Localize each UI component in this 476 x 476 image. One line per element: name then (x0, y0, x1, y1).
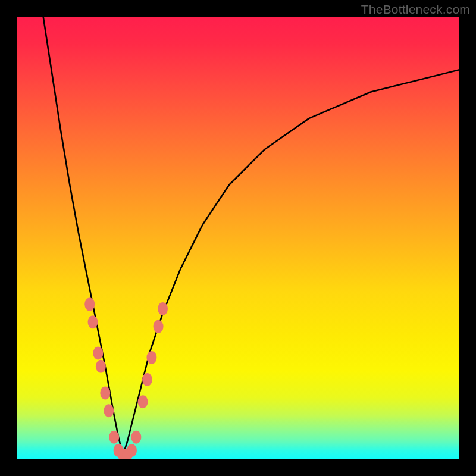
curve-right-branch (123, 70, 459, 455)
watermark-text: TheBottleneck.com (361, 2, 470, 17)
marker-point (87, 315, 98, 328)
marker-point (96, 360, 106, 373)
chart-frame: TheBottleneck.com (0, 0, 476, 476)
marker-point (93, 346, 103, 359)
marker-point (104, 404, 114, 417)
plot-area (17, 17, 459, 459)
marker-point (84, 298, 95, 311)
marker-point (138, 395, 148, 408)
curve-layer (17, 17, 459, 459)
marker-point (109, 431, 119, 444)
marker-point (158, 302, 168, 315)
marker-point (146, 351, 156, 364)
curve-left-branch (43, 17, 123, 455)
marker-point (142, 373, 152, 386)
curve-markers (84, 298, 168, 459)
marker-point (127, 444, 137, 457)
marker-point (154, 320, 164, 333)
marker-point (100, 386, 110, 399)
marker-point (131, 431, 141, 444)
